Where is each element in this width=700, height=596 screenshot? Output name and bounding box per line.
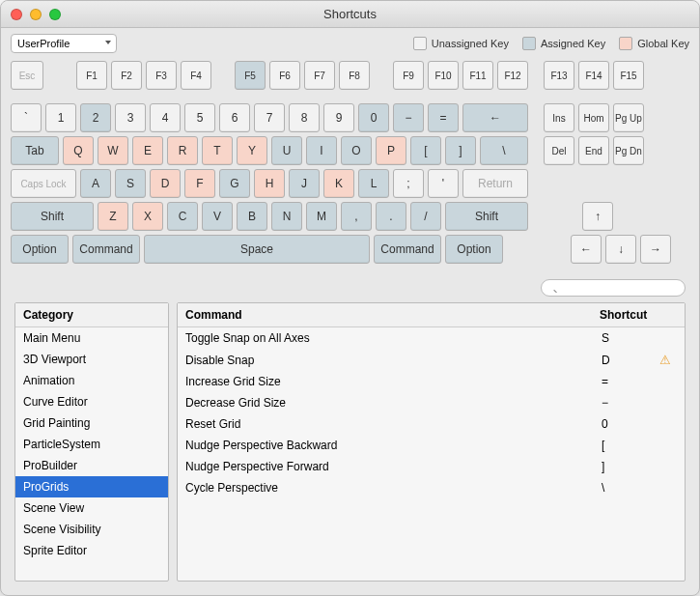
key-m[interactable]: M xyxy=(306,202,337,231)
key-8[interactable]: 8 xyxy=(289,103,320,132)
profile-select[interactable]: UserProfile xyxy=(11,34,117,53)
category-item[interactable]: 3D Viewport xyxy=(15,349,168,370)
key-u[interactable]: U xyxy=(271,136,302,165)
key-f4[interactable]: F4 xyxy=(181,61,211,90)
category-item[interactable]: Scene View xyxy=(15,497,168,519)
category-item[interactable]: Animation xyxy=(15,370,168,391)
category-item[interactable]: ParticleSystem xyxy=(15,434,168,455)
category-item[interactable]: ProGrids xyxy=(15,476,168,497)
key-f12[interactable]: F12 xyxy=(497,61,528,90)
key-d[interactable]: D xyxy=(150,169,181,198)
key-esc[interactable]: Esc xyxy=(11,61,43,90)
command-row[interactable]: Reset Grid0 xyxy=(178,413,685,435)
key-equal[interactable]: = xyxy=(428,103,459,132)
key-s[interactable]: S xyxy=(115,169,146,198)
key-f3[interactable]: F3 xyxy=(146,61,177,90)
key-f2[interactable]: F2 xyxy=(111,61,142,90)
category-item[interactable]: Grid Painting xyxy=(15,412,168,434)
command-row[interactable]: Disable SnapD⚠ xyxy=(178,349,685,371)
key-left[interactable]: ← xyxy=(571,235,602,264)
key-z[interactable]: Z xyxy=(98,202,128,231)
key-7[interactable]: 7 xyxy=(254,103,285,132)
category-item[interactable]: Scene Visibility xyxy=(15,519,168,540)
category-item[interactable]: Main Menu xyxy=(15,327,168,349)
key-command-left[interactable]: Command xyxy=(72,235,140,264)
key-g[interactable]: G xyxy=(219,169,250,198)
category-item[interactable]: ProBuilder xyxy=(15,455,168,476)
key-6[interactable]: 6 xyxy=(219,103,250,132)
key-shift-right[interactable]: Shift xyxy=(445,202,528,231)
key-end[interactable]: End xyxy=(578,136,609,165)
key-ins[interactable]: Ins xyxy=(544,103,574,132)
key-x[interactable]: X xyxy=(132,202,163,231)
key-f8[interactable]: F8 xyxy=(339,61,370,90)
key-5[interactable]: 5 xyxy=(184,103,215,132)
key-0[interactable]: 0 xyxy=(358,103,389,132)
key-pgdn[interactable]: Pg Dn xyxy=(613,136,644,165)
key-c[interactable]: C xyxy=(167,202,198,231)
key-h[interactable]: H xyxy=(254,169,285,198)
minimize-icon[interactable] xyxy=(30,9,42,20)
key-rbr[interactable]: ] xyxy=(445,136,476,165)
key-right[interactable]: → xyxy=(640,235,671,264)
key-backspace[interactable]: ← xyxy=(462,103,528,132)
key-f6[interactable]: F6 xyxy=(269,61,300,90)
close-icon[interactable] xyxy=(11,9,22,20)
key-f14[interactable]: F14 xyxy=(578,61,609,90)
key-p[interactable]: P xyxy=(376,136,406,165)
key-option-right[interactable]: Option xyxy=(445,235,503,264)
category-list[interactable]: Main Menu3D ViewportAnimationCurve Edito… xyxy=(15,327,168,581)
key-command-right[interactable]: Command xyxy=(374,235,441,264)
command-row[interactable]: Nudge Perspective Forward] xyxy=(178,456,685,477)
category-item[interactable]: Curve Editor xyxy=(15,391,168,412)
key-tab[interactable]: Tab xyxy=(11,136,59,165)
command-row[interactable]: Increase Grid Size= xyxy=(178,371,685,392)
key-2[interactable]: 2 xyxy=(80,103,111,132)
key-t[interactable]: T xyxy=(202,136,233,165)
key-i[interactable]: I xyxy=(306,136,337,165)
key-k[interactable]: K xyxy=(323,169,354,198)
key-o[interactable]: O xyxy=(341,136,372,165)
key-f7[interactable]: F7 xyxy=(304,61,335,90)
search-input[interactable] xyxy=(541,279,686,297)
key-slash[interactable]: / xyxy=(410,202,441,231)
key-f11[interactable]: F11 xyxy=(462,61,493,90)
key-lbr[interactable]: [ xyxy=(410,136,441,165)
key-dot[interactable]: . xyxy=(376,202,406,231)
key-comma[interactable]: , xyxy=(341,202,372,231)
key-v[interactable]: V xyxy=(202,202,233,231)
key-w[interactable]: W xyxy=(98,136,128,165)
key-a[interactable]: A xyxy=(80,169,111,198)
command-row[interactable]: Decrease Grid Size− xyxy=(178,392,685,413)
key-r[interactable]: R xyxy=(167,136,198,165)
key-f10[interactable]: F10 xyxy=(428,61,459,90)
command-list[interactable]: Toggle Snap on All AxesSDisable SnapD⚠In… xyxy=(178,327,685,581)
maximize-icon[interactable] xyxy=(49,9,61,20)
key-semicolon[interactable]: ; xyxy=(393,169,424,198)
key-minus[interactable]: − xyxy=(393,103,424,132)
key-3[interactable]: 3 xyxy=(115,103,146,132)
key-y[interactable]: Y xyxy=(237,136,267,165)
key-n[interactable]: N xyxy=(271,202,302,231)
key-f9[interactable]: F9 xyxy=(393,61,424,90)
command-row[interactable]: Cycle Perspective\ xyxy=(178,477,685,498)
key-f5[interactable]: F5 xyxy=(235,61,266,90)
command-row[interactable]: Nudge Perspective Backward[ xyxy=(178,435,685,456)
key-option-left[interactable]: Option xyxy=(11,235,69,264)
key-apostrophe[interactable]: ' xyxy=(428,169,459,198)
category-item[interactable]: Sprite Editor xyxy=(15,540,168,561)
key-j[interactable]: J xyxy=(289,169,320,198)
key-del[interactable]: Del xyxy=(544,136,574,165)
key-up[interactable]: ↑ xyxy=(582,202,613,231)
key-l[interactable]: L xyxy=(358,169,389,198)
key-f1[interactable]: F1 xyxy=(76,61,107,90)
key-space[interactable]: Space xyxy=(144,235,370,264)
key-pgup[interactable]: Pg Up xyxy=(613,103,644,132)
key-f13[interactable]: F13 xyxy=(544,61,574,90)
key-f15[interactable]: F15 xyxy=(613,61,644,90)
key-capslock[interactable]: Caps Lock xyxy=(11,169,76,198)
key-backtick[interactable]: ` xyxy=(11,103,42,132)
command-row[interactable]: Toggle Snap on All AxesS xyxy=(178,327,685,349)
key-q[interactable]: Q xyxy=(63,136,94,165)
key-b[interactable]: B xyxy=(237,202,267,231)
